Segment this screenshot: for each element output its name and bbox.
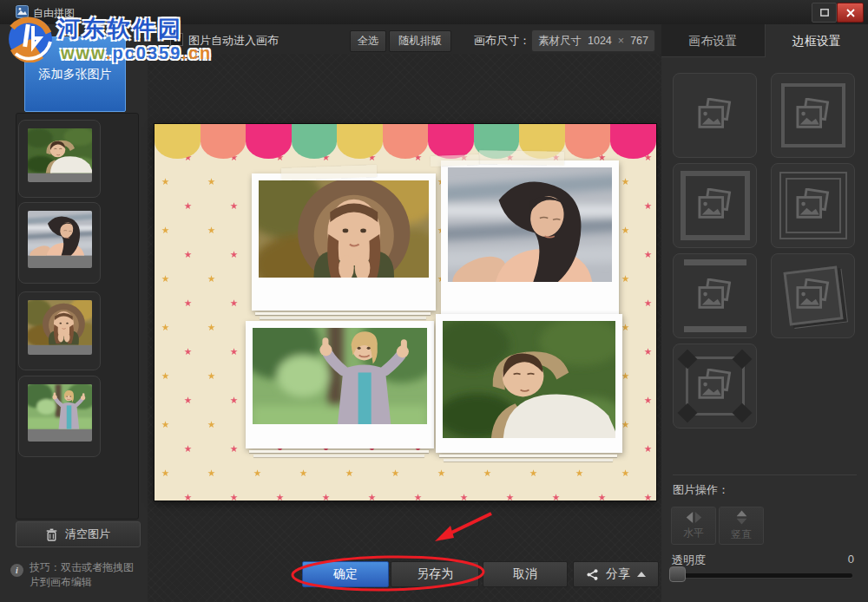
select-all-button[interactable]: 全选 — [350, 30, 386, 52]
divider — [673, 474, 857, 475]
photo-frame-icon — [793, 278, 833, 313]
cancel-label: 取消 — [513, 566, 537, 582]
woman-with-fur-hood-photo — [259, 180, 429, 278]
save-as-button[interactable]: 另存为 — [391, 561, 479, 587]
trash-icon — [46, 528, 57, 541]
polaroid-woman-with-fur-hood[interactable] — [252, 173, 436, 311]
save-as-label: 另存为 — [417, 566, 453, 582]
frame-style-plain[interactable] — [673, 73, 757, 158]
multiply-sign: × — [618, 35, 624, 47]
frame-style-top-bottom-bars[interactable] — [673, 253, 757, 338]
auto-enter-checkbox[interactable] — [170, 33, 183, 46]
thumbnail-photo — [28, 300, 92, 355]
photo-frame-icon — [695, 278, 735, 313]
close-icon — [846, 9, 855, 17]
image-ops-label: 图片操作： — [673, 482, 729, 498]
polaroid-stack-edge — [444, 459, 613, 461]
flip-horizontal-button[interactable]: 水平 — [671, 507, 716, 545]
polaroid-stack-edge — [255, 312, 431, 315]
add-images-button[interactable]: 添加多张图片 — [24, 36, 126, 112]
opacity-slider-track[interactable] — [672, 573, 852, 578]
ok-label: 确定 — [333, 566, 358, 582]
boy-lying-on-grass-photo — [28, 128, 92, 173]
thumbnail-girl-thumbs-up[interactable] — [18, 376, 101, 457]
opacity-value: 0 — [848, 553, 854, 566]
photo-frame — [253, 328, 427, 424]
flip-vertical-icon — [736, 510, 747, 525]
tape-decoration — [431, 154, 479, 167]
canvas-size-label: 画布尺寸： — [474, 33, 530, 49]
canvas-size-select[interactable]: 素材尺寸 1024 × 767 — [531, 29, 655, 52]
cancel-button[interactable]: 取消 — [483, 561, 568, 587]
canvas-height-value[interactable]: 767 — [630, 35, 648, 47]
thumbnail-girl-looking-down[interactable] — [18, 202, 101, 284]
flip-vertical-label: 竖直 — [731, 527, 752, 542]
opacity-slider-thumb[interactable] — [669, 566, 686, 582]
photo-frame-icon — [695, 98, 735, 133]
settings-tabs: 画布设置 边框设置 — [661, 24, 868, 57]
scallop — [610, 124, 656, 159]
frame-style-thick-border[interactable] — [673, 163, 757, 248]
photo-frame-icon — [695, 369, 735, 403]
canvas-width-value[interactable]: 1024 — [588, 35, 612, 47]
select-all-label: 全选 — [358, 34, 379, 49]
polaroid-girl-thumbs-up[interactable] — [246, 321, 434, 448]
tab-border-settings-label: 边框设置 — [792, 34, 841, 48]
image-list-sidebar: 添加多张图片 清空图片 i 技巧：双击或者拖拽图片到画 — [0, 24, 148, 602]
app-window: 自由拼图 添加多张图片 — [0, 0, 868, 602]
random-layout-button[interactable]: 随机排版 — [389, 30, 451, 52]
flip-vertical-button[interactable]: 竖直 — [719, 507, 764, 545]
add-images-label: 添加多张图片 — [39, 67, 112, 82]
polaroid-stack-edge — [253, 455, 424, 457]
collage-canvas[interactable] — [155, 124, 656, 501]
scallop — [246, 124, 292, 159]
workspace: 确定 另存为 取消 分享 — [148, 54, 661, 602]
polaroid-girl-looking-down[interactable] — [441, 160, 619, 318]
auto-enter-label: 图片自动进入画布 — [188, 33, 279, 49]
tape-decoration — [281, 165, 377, 180]
canvas-toolbar: 图片自动进入画布 全选 随机排版 画布尺寸： 素材尺寸 1024 × 767 — [148, 24, 661, 55]
polaroid-boy-lying-on-grass[interactable] — [436, 314, 622, 453]
share-icon — [586, 568, 599, 581]
scallop — [383, 124, 429, 159]
boy-lying-on-grass-photo — [443, 321, 615, 438]
frame-style-thin-border[interactable] — [771, 73, 855, 158]
info-icon: i — [10, 564, 23, 577]
photo-frame — [448, 167, 612, 282]
photo-frame-icon — [793, 98, 833, 133]
thumbnail-photo — [28, 211, 92, 268]
close-button[interactable] — [837, 3, 864, 23]
frame-style-corner-brackets[interactable] — [673, 344, 757, 429]
photo-frame — [443, 321, 615, 438]
frame-style-double-border[interactable] — [771, 163, 855, 248]
tab-border-settings[interactable]: 边框设置 — [766, 24, 868, 57]
girl-thumbs-up-photo — [28, 384, 92, 429]
share-button[interactable]: 分享 — [573, 561, 659, 587]
thumbnail-woman-with-fur-hood[interactable] — [18, 291, 101, 370]
scallop — [337, 124, 383, 159]
scallop — [565, 124, 611, 159]
clear-images-button[interactable]: 清空图片 — [16, 521, 141, 547]
girl-looking-down-photo — [28, 211, 92, 256]
app-icon — [16, 5, 29, 18]
caret-up-icon — [637, 572, 646, 577]
tab-canvas-settings[interactable]: 画布设置 — [661, 24, 766, 57]
scallop — [292, 124, 338, 159]
tip-text: 技巧：双击或者拖拽图片到画布编辑 — [30, 560, 141, 590]
size-preset-label: 素材尺寸 — [538, 34, 582, 49]
thumbnail-boy-lying-on-grass[interactable] — [18, 120, 101, 198]
polaroid-stack-edge — [439, 455, 617, 457]
maximize-button[interactable] — [812, 3, 837, 23]
polaroid-stack-edge — [249, 450, 429, 453]
window-title: 自由拼图 — [33, 6, 75, 21]
bunting-decoration — [155, 124, 656, 159]
thumbnail-photo — [28, 384, 92, 442]
polaroid-stack-edge — [260, 317, 426, 319]
settings-panel: 画布设置 边框设置 — [661, 24, 868, 602]
ok-button[interactable]: 确定 — [302, 561, 389, 587]
share-label: 分享 — [606, 566, 630, 582]
flip-horizontal-label: 水平 — [683, 526, 704, 540]
scallop — [428, 124, 474, 159]
frame-style-stacked-photo[interactable] — [771, 253, 855, 338]
scallop — [155, 124, 201, 159]
